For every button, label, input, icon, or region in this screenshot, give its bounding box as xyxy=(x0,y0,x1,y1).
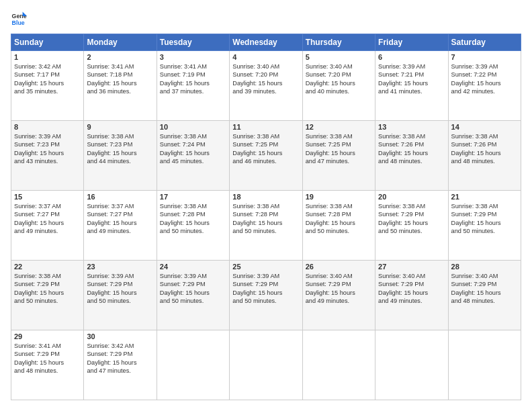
table-row: 18 Sunrise: 3:38 AMSunset: 7:28 PMDaylig… xyxy=(230,191,302,261)
table-row: 22 Sunrise: 3:38 AMSunset: 7:29 PMDaylig… xyxy=(11,261,84,330)
col-friday: Friday xyxy=(375,34,448,51)
table-row: 20 Sunrise: 3:38 AMSunset: 7:29 PMDaylig… xyxy=(375,191,448,261)
col-sunday: Sunday xyxy=(11,34,84,51)
table-row: 7 Sunrise: 3:39 AMSunset: 7:22 PMDayligh… xyxy=(448,51,521,121)
empty-cell xyxy=(157,330,229,400)
table-row: 17 Sunrise: 3:38 AMSunset: 7:28 PMDaylig… xyxy=(157,191,229,261)
empty-cell xyxy=(230,330,302,400)
logo-icon: General Blue xyxy=(11,11,27,27)
table-row: 23 Sunrise: 3:39 AMSunset: 7:29 PMDaylig… xyxy=(84,261,157,330)
calendar-week-row: 29 Sunrise: 3:41 AMSunset: 7:29 PMDaylig… xyxy=(11,330,521,400)
table-row: 16 Sunrise: 3:37 AMSunset: 7:27 PMDaylig… xyxy=(84,191,157,261)
calendar-header-row: Sunday Monday Tuesday Wednesday Thursday… xyxy=(11,34,521,51)
empty-cell xyxy=(448,330,521,400)
table-row: 15 Sunrise: 3:37 AMSunset: 7:27 PMDaylig… xyxy=(11,191,84,261)
col-wednesday: Wednesday xyxy=(230,34,302,51)
table-row: 24 Sunrise: 3:39 AMSunset: 7:29 PMDaylig… xyxy=(157,261,229,330)
table-row: 3 Sunrise: 3:41 AMSunset: 7:19 PMDayligh… xyxy=(157,51,229,121)
table-row: 2 Sunrise: 3:41 AMSunset: 7:18 PMDayligh… xyxy=(84,51,157,121)
logo: General Blue xyxy=(11,11,30,27)
table-row: 27 Sunrise: 3:40 AMSunset: 7:29 PMDaylig… xyxy=(375,261,448,330)
table-row: 4 Sunrise: 3:40 AMSunset: 7:20 PMDayligh… xyxy=(230,51,302,121)
table-row: 26 Sunrise: 3:40 AMSunset: 7:29 PMDaylig… xyxy=(302,261,375,330)
calendar-table: Sunday Monday Tuesday Wednesday Thursday… xyxy=(11,34,521,400)
table-row: 6 Sunrise: 3:39 AMSunset: 7:21 PMDayligh… xyxy=(375,51,448,121)
table-row: 19 Sunrise: 3:38 AMSunset: 7:28 PMDaylig… xyxy=(302,191,375,261)
page: General Blue Sunday Monday Tuesday Wedne… xyxy=(0,0,532,411)
table-row: 1 Sunrise: 3:42 AMSunset: 7:17 PMDayligh… xyxy=(11,51,84,121)
col-tuesday: Tuesday xyxy=(157,34,229,51)
col-saturday: Saturday xyxy=(448,34,521,51)
table-row: 5 Sunrise: 3:40 AMSunset: 7:20 PMDayligh… xyxy=(302,51,375,121)
table-row: 29 Sunrise: 3:41 AMSunset: 7:29 PMDaylig… xyxy=(11,330,84,400)
table-row: 9 Sunrise: 3:38 AMSunset: 7:23 PMDayligh… xyxy=(84,121,157,191)
table-row: 21 Sunrise: 3:38 AMSunset: 7:29 PMDaylig… xyxy=(448,191,521,261)
empty-cell xyxy=(302,330,375,400)
table-row: 12 Sunrise: 3:38 AMSunset: 7:25 PMDaylig… xyxy=(302,121,375,191)
table-row: 25 Sunrise: 3:39 AMSunset: 7:29 PMDaylig… xyxy=(230,261,302,330)
calendar-week-row: 22 Sunrise: 3:38 AMSunset: 7:29 PMDaylig… xyxy=(11,261,521,330)
empty-cell xyxy=(375,330,448,400)
table-row: 28 Sunrise: 3:40 AMSunset: 7:29 PMDaylig… xyxy=(448,261,521,330)
table-row: 8 Sunrise: 3:39 AMSunset: 7:23 PMDayligh… xyxy=(11,121,84,191)
table-row: 30 Sunrise: 3:42 AMSunset: 7:29 PMDaylig… xyxy=(84,330,157,400)
svg-text:Blue: Blue xyxy=(12,19,25,26)
table-row: 13 Sunrise: 3:38 AMSunset: 7:26 PMDaylig… xyxy=(375,121,448,191)
calendar-week-row: 1 Sunrise: 3:42 AMSunset: 7:17 PMDayligh… xyxy=(11,51,521,121)
calendar-week-row: 15 Sunrise: 3:37 AMSunset: 7:27 PMDaylig… xyxy=(11,191,521,261)
table-row: 10 Sunrise: 3:38 AMSunset: 7:24 PMDaylig… xyxy=(157,121,229,191)
header: General Blue xyxy=(11,11,521,27)
calendar-week-row: 8 Sunrise: 3:39 AMSunset: 7:23 PMDayligh… xyxy=(11,121,521,191)
col-monday: Monday xyxy=(84,34,157,51)
table-row: 11 Sunrise: 3:38 AMSunset: 7:25 PMDaylig… xyxy=(230,121,302,191)
col-thursday: Thursday xyxy=(302,34,375,51)
table-row: 14 Sunrise: 3:38 AMSunset: 7:26 PMDaylig… xyxy=(448,121,521,191)
